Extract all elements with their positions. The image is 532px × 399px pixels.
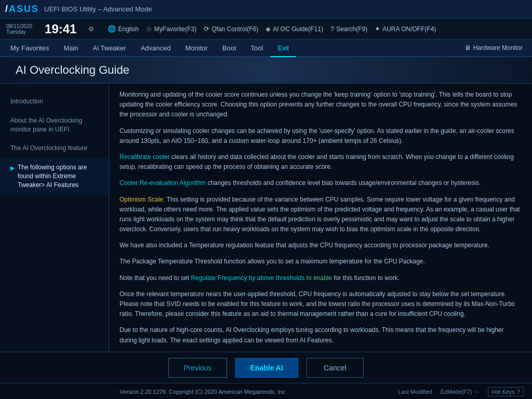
note-prefix: Note that you need to set bbox=[119, 274, 191, 282]
hotkeys-label: Hot Keys bbox=[491, 389, 515, 395]
question-icon: ? bbox=[330, 25, 334, 33]
main-content: Monitoring and updating of the cooler sc… bbox=[109, 84, 532, 352]
qfan-tool[interactable]: ⟳ Qfan Control(F6) bbox=[204, 25, 258, 33]
cooler-algo-link[interactable]: Cooler Re-evaluation Algorithm bbox=[119, 179, 206, 187]
sidebar-item-extreme-tweaker[interactable]: ▶ The following options are found within… bbox=[0, 158, 109, 194]
sidebar-extreme-tweaker-label: The following options are found within E… bbox=[18, 163, 98, 189]
content-para-5: Optimism Scale: This setting is provided… bbox=[119, 195, 522, 235]
enable-ai-button[interactable]: Enable AI bbox=[235, 358, 298, 378]
qfan-label: Qfan Control(F6) bbox=[211, 25, 258, 33]
aura-icon: ✦ bbox=[375, 25, 380, 33]
content-para-7: The Package Temperature Threshold functi… bbox=[119, 257, 522, 267]
english-label: English bbox=[118, 25, 138, 33]
cancel-button[interactable]: Cancel bbox=[307, 358, 364, 378]
regulate-freq-link[interactable]: Regulate Frequency by above thresholds bbox=[191, 274, 304, 282]
myfavorite-tool[interactable]: ☆ MyFavorite(F3) bbox=[146, 25, 196, 33]
sidebar-item-introduction[interactable]: Introduction bbox=[0, 92, 109, 111]
nav-bar: My Favorites Main Ai Tweaker Advanced Mo… bbox=[0, 39, 532, 57]
sidebar: Introduction About the AI Overclocking m… bbox=[0, 84, 109, 352]
previous-button[interactable]: Previous bbox=[168, 358, 227, 378]
content-para-6: We have also included a Temperature regu… bbox=[119, 241, 522, 250]
nav-tool[interactable]: Tool bbox=[244, 39, 271, 57]
date-display: 08/11/2020 bbox=[6, 23, 32, 29]
content-para-2: Customizing or simulating cooler changes… bbox=[119, 126, 522, 146]
content-para-8: Note that you need to set Regulate Frequ… bbox=[119, 273, 522, 283]
nav-monitor[interactable]: Monitor bbox=[178, 39, 215, 57]
last-modified-item[interactable]: Last Modified bbox=[398, 389, 432, 395]
nav-boot[interactable]: Boot bbox=[215, 39, 244, 57]
monitor-icon: 🖥 bbox=[464, 44, 471, 51]
asus-logo: /ASUS bbox=[5, 4, 39, 15]
top-bar: /ASUS UEFI BIOS Utility – Advanced Mode bbox=[0, 0, 532, 19]
search-label: Search(F9) bbox=[336, 25, 367, 33]
button-bar: Previous Enable AI Cancel bbox=[0, 352, 532, 383]
sidebar-item-feature[interactable]: The AI Overclocking feature bbox=[0, 139, 109, 158]
search-tool[interactable]: ? Search(F9) bbox=[330, 25, 367, 33]
content-area: Introduction About the AI Overclocking m… bbox=[0, 84, 532, 352]
optimism-scale-label: Optimism Scale: bbox=[119, 196, 165, 203]
note-suffix: for this function to work. bbox=[332, 274, 400, 282]
recalibrate-text: clears all history and data collected ab… bbox=[119, 153, 514, 170]
globe-icon: 🌐 bbox=[108, 25, 116, 33]
hardware-monitor-link[interactable]: 🖥 Hardware Monitor bbox=[458, 39, 529, 56]
star-icon: ☆ bbox=[146, 25, 152, 33]
settings-icon[interactable]: ⚙ bbox=[88, 25, 94, 33]
aura-label: AURA ON/OFF(F4) bbox=[382, 25, 436, 33]
datetime-block: 08/11/2020 Tuesday bbox=[6, 23, 32, 35]
fan-icon: ⟳ bbox=[204, 25, 209, 33]
hotkeys-item[interactable]: Hot Keys ? bbox=[488, 387, 524, 396]
page-title-bar: AI Overclocking Guide bbox=[0, 57, 532, 84]
content-para-10: Due to the nature of high-core counts, A… bbox=[119, 325, 522, 345]
aioc-tool[interactable]: ◈ AI OC Guide(F11) bbox=[265, 25, 323, 33]
optimism-scale-text: This setting is provided because of the … bbox=[119, 196, 520, 233]
ezmode-arrow-icon: → bbox=[474, 389, 480, 395]
datetime-bar: 08/11/2020 Tuesday 19:41 ⚙ 🌐 English ☆ M… bbox=[0, 19, 532, 39]
nav-ai-tweaker[interactable]: Ai Tweaker bbox=[86, 39, 134, 57]
content-para-4: Cooler Re-evaluation Algorithm changes t… bbox=[119, 178, 522, 188]
day-display: Tuesday bbox=[6, 29, 32, 35]
hardware-monitor-label: Hardware Monitor bbox=[473, 44, 523, 51]
aioc-label: AI OC Guide(F11) bbox=[273, 25, 323, 33]
time-display: 19:41 bbox=[45, 23, 76, 35]
content-para-1: Monitoring and updating of the cooler sc… bbox=[119, 90, 522, 120]
nav-main[interactable]: Main bbox=[56, 39, 85, 57]
top-tools: 🌐 English ☆ MyFavorite(F3) ⟳ Qfan Contro… bbox=[108, 25, 436, 33]
recalibrate-cooler-link[interactable]: Recalibrate cooler bbox=[119, 153, 170, 161]
myfavorite-label: MyFavorite(F3) bbox=[154, 25, 196, 33]
nav-advanced[interactable]: Advanced bbox=[134, 39, 178, 57]
cooler-algo-text: changes thresholds and confidence level … bbox=[206, 179, 481, 187]
status-bar-right: Last Modified EzMode(F7) → Hot Keys ? bbox=[398, 387, 524, 396]
ai-icon: ◈ bbox=[265, 25, 271, 33]
ezmode-label: EzMode(F7) bbox=[441, 389, 472, 395]
bios-title: UEFI BIOS Utility – Advanced Mode bbox=[44, 5, 152, 13]
to-enable-text: to enable bbox=[304, 274, 332, 282]
aura-tool[interactable]: ✦ AURA ON/OFF(F4) bbox=[375, 25, 436, 33]
version-text: Version 2.20.1276. Copyright (C) 2020 Am… bbox=[119, 389, 287, 395]
nav-my-favorites[interactable]: My Favorites bbox=[3, 39, 56, 57]
sidebar-item-about[interactable]: About the AI Overclocking monitor pane i… bbox=[0, 111, 109, 139]
page-title: AI Overclocking Guide bbox=[16, 63, 516, 77]
nav-exit[interactable]: Exit bbox=[270, 39, 296, 57]
ezmode-item[interactable]: EzMode(F7) → bbox=[441, 389, 480, 395]
last-modified-label: Last Modified bbox=[398, 389, 432, 395]
hotkeys-question-icon: ? bbox=[517, 389, 520, 395]
english-tool[interactable]: 🌐 English bbox=[108, 25, 138, 33]
content-para-9: Once the relevant temperature nears the … bbox=[119, 289, 522, 320]
content-para-3: Recalibrate cooler clears all history an… bbox=[119, 152, 522, 172]
sidebar-arrow-icon: ▶ bbox=[10, 164, 15, 172]
status-bar: Version 2.20.1276. Copyright (C) 2020 Am… bbox=[0, 383, 532, 399]
